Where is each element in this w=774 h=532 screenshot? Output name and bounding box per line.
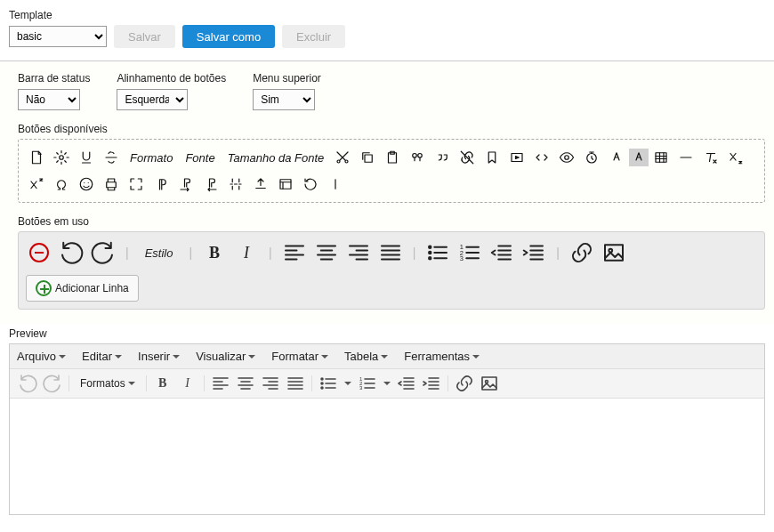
emoji-icon[interactable] (74, 173, 99, 195)
tb-align-center-icon[interactable] (235, 373, 256, 394)
menu-inserir[interactable]: Inserir (138, 350, 180, 363)
menu-formatar[interactable]: Formatar (271, 350, 328, 363)
preview-canvas[interactable] (10, 399, 764, 514)
separator-icon[interactable] (323, 173, 348, 195)
align-justify-icon[interactable] (377, 239, 404, 266)
top-menu-label: Menu superior (253, 72, 321, 85)
tb-bold-icon[interactable]: B (152, 373, 173, 394)
quote-icon[interactable] (430, 147, 455, 168)
outdent-icon[interactable] (488, 239, 515, 266)
svg-point-1 (337, 160, 340, 163)
show-invisible-icon[interactable] (149, 173, 173, 195)
template-select[interactable]: basic (9, 26, 107, 47)
tb-image-icon[interactable] (479, 373, 500, 394)
menu-editar[interactable]: Editar (82, 350, 122, 363)
available-buttons-area[interactable]: Formato Fonte Tamanho da Fonte (18, 139, 765, 203)
tb-indent-icon[interactable] (421, 373, 442, 394)
upload-icon[interactable] (248, 173, 273, 195)
menu-tabela[interactable]: Tabela (344, 350, 388, 363)
in-use-area[interactable]: | Estilo | B I | | 123 | Adicionar Linha (18, 231, 765, 310)
ltr-icon[interactable] (173, 173, 198, 195)
copy-icon[interactable] (355, 147, 380, 168)
style-select[interactable]: Estilo (138, 239, 181, 266)
tb-formats[interactable]: Formatos (75, 377, 141, 390)
caret-icon (381, 355, 388, 359)
bookmark-icon[interactable] (480, 147, 504, 168)
indent-icon[interactable] (520, 239, 547, 266)
button-align-select[interactable]: Esquerda (117, 89, 188, 110)
text-color-icon[interactable] (604, 147, 629, 168)
background-color-icon[interactable] (629, 149, 649, 166)
clear-format-icon[interactable] (698, 147, 723, 168)
special-char-icon[interactable] (49, 173, 74, 195)
status-bar-select[interactable]: Não (18, 89, 80, 110)
rtl-icon[interactable] (198, 173, 223, 195)
code-icon[interactable] (529, 147, 554, 168)
print-icon[interactable] (99, 173, 124, 195)
numbered-list-icon[interactable]: 123 (456, 239, 483, 266)
menu-visualizar[interactable]: Visualizar (196, 350, 255, 363)
svg-point-23 (321, 383, 323, 384)
align-right-icon[interactable] (345, 239, 372, 266)
svg-point-0 (60, 156, 64, 160)
find-icon[interactable] (405, 147, 430, 168)
new-file-icon[interactable] (24, 147, 49, 168)
subscript-icon[interactable] (723, 147, 748, 168)
tb-align-right-icon[interactable] (260, 373, 281, 394)
tb-italic-icon[interactable]: I (177, 373, 198, 394)
image-icon[interactable] (601, 239, 627, 266)
pagebreak-icon[interactable] (223, 173, 248, 195)
in-use-label: Botões em uso (18, 215, 765, 228)
save-as-button[interactable]: Salvar como (182, 25, 275, 48)
tb-undo-icon[interactable] (17, 373, 38, 394)
add-row-button[interactable]: Adicionar Linha (26, 275, 139, 302)
tb-bullet-list-icon[interactable] (318, 373, 339, 394)
remove-row-button[interactable] (26, 239, 52, 266)
svg-point-6 (413, 154, 417, 158)
align-center-icon[interactable] (313, 239, 340, 266)
font-size-text[interactable]: Tamanho da Fonte (222, 147, 331, 168)
clock-icon[interactable] (579, 147, 604, 168)
tb-numbered-list-icon[interactable]: 123 (357, 373, 378, 394)
svg-point-22 (321, 378, 323, 380)
tb-redo-icon[interactable] (42, 373, 63, 394)
top-menu-select[interactable]: Sim (253, 89, 315, 110)
italic-icon[interactable]: I (233, 239, 260, 266)
format-text[interactable]: Formato (124, 147, 179, 168)
available-buttons-label: Botões disponíveis (18, 123, 765, 135)
status-bar-label: Barra de status (18, 72, 90, 85)
hr-icon[interactable] (673, 147, 698, 168)
bullet-list-icon[interactable] (424, 239, 451, 266)
unlink-icon[interactable] (455, 147, 480, 168)
tb-numbered-caret[interactable] (382, 373, 392, 394)
strikethrough-icon[interactable] (99, 147, 124, 168)
superscript-icon[interactable] (24, 173, 49, 195)
menu-ferramentas[interactable]: Ferramentas (404, 350, 480, 363)
underline-icon[interactable] (74, 147, 99, 168)
undo-icon[interactable] (58, 239, 85, 266)
svg-point-2 (345, 160, 348, 163)
bold-icon[interactable]: B (201, 239, 228, 266)
svg-point-12 (80, 178, 93, 190)
restore-icon[interactable] (298, 173, 323, 195)
plus-icon (36, 280, 52, 296)
paste-icon[interactable] (380, 147, 405, 168)
svg-point-15 (429, 252, 431, 254)
gear-icon[interactable] (49, 147, 74, 168)
align-left-icon[interactable] (281, 239, 308, 266)
font-text[interactable]: Fonte (179, 147, 221, 168)
tb-align-left-icon[interactable] (210, 373, 231, 394)
tb-outdent-icon[interactable] (396, 373, 417, 394)
template-icon[interactable] (273, 173, 298, 195)
cut-icon[interactable] (330, 147, 355, 168)
fullscreen-icon[interactable] (124, 173, 149, 195)
preview-icon[interactable] (554, 147, 579, 168)
tb-link-icon[interactable] (454, 373, 475, 394)
table-icon[interactable] (649, 147, 673, 168)
tb-bullet-caret[interactable] (343, 373, 353, 394)
menu-arquivo[interactable]: Arquivo (17, 350, 66, 363)
redo-icon[interactable] (90, 239, 117, 266)
link-icon[interactable] (568, 239, 595, 266)
media-icon[interactable] (504, 147, 529, 168)
tb-align-justify-icon[interactable] (285, 373, 306, 394)
